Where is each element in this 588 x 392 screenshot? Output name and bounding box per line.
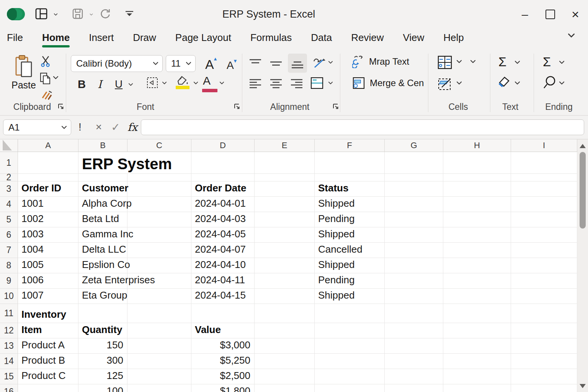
cell-E5[interactable] [255, 212, 315, 227]
window-layout-icon[interactable] [35, 8, 47, 21]
scroll-up-arrow-icon[interactable] [580, 144, 586, 148]
cell-G3[interactable] [385, 181, 443, 197]
menu-tab-page-layout[interactable]: Page Layout [175, 31, 232, 47]
cell-E14[interactable] [255, 354, 315, 369]
cell-A2[interactable] [18, 174, 78, 181]
cell-I5[interactable] [511, 212, 577, 227]
row-header-2[interactable]: 2 [0, 174, 18, 181]
font-dialog-launcher-icon[interactable] [234, 103, 240, 111]
cell-B10[interactable]: Eta Group [78, 289, 127, 304]
cell-F15[interactable] [315, 369, 385, 384]
row-header-12[interactable]: 12 [0, 323, 18, 338]
insert-dropdown-icon[interactable] [456, 60, 462, 64]
menu-tab-insert[interactable]: Insert [88, 31, 114, 47]
row-header-13[interactable]: 13 [0, 338, 18, 354]
cell-H11[interactable] [443, 304, 511, 323]
row-header-6[interactable]: 6 [0, 227, 18, 243]
cell-G11[interactable] [385, 304, 443, 323]
cell-B7[interactable]: Delta LLC [78, 243, 127, 258]
cell-D5[interactable]: 2024-04-03 [191, 212, 255, 227]
cell-F10[interactable]: Shipped [315, 289, 385, 304]
cell-D12[interactable]: Value [191, 323, 255, 338]
maximize-button[interactable] [537, 3, 563, 26]
cell-C3[interactable] [127, 181, 191, 197]
cell-G13[interactable] [385, 338, 443, 354]
row-header-11[interactable]: 11 [0, 304, 18, 323]
cell-B15[interactable]: 125 [78, 369, 127, 384]
cell-F13[interactable] [315, 338, 385, 354]
cut-button[interactable] [40, 55, 51, 69]
align-center-button[interactable] [267, 76, 285, 92]
formula-input[interactable] [141, 119, 584, 135]
format-dropdown-icon[interactable] [456, 81, 462, 85]
cell-C13[interactable] [127, 338, 191, 354]
clear-dropdown-icon[interactable] [514, 81, 520, 85]
cell-E8[interactable] [255, 258, 315, 273]
cell-E10[interactable] [255, 289, 315, 304]
cell-H12[interactable] [443, 323, 511, 338]
name-box-dropdown-icon[interactable] [61, 126, 67, 129]
cell-B14[interactable]: 300 [78, 354, 127, 369]
cell-F14[interactable] [315, 354, 385, 369]
cell-D14[interactable]: $5,250 [191, 354, 255, 369]
cell-G5[interactable] [385, 212, 443, 227]
cell-I1[interactable] [511, 152, 577, 174]
cell-A1[interactable] [18, 152, 78, 174]
cell-E15[interactable] [255, 369, 315, 384]
scrollbar-thumb[interactable] [580, 152, 586, 229]
row-header-10[interactable]: 10 [0, 289, 18, 304]
cell-G8[interactable] [385, 258, 443, 273]
decrease-font-size-button[interactable]: A▾ [227, 57, 237, 72]
cell-H4[interactable] [443, 197, 511, 212]
cell-F8[interactable]: Shipped [315, 258, 385, 273]
cell-F4[interactable]: Shipped [315, 197, 385, 212]
cell-F16[interactable] [315, 384, 385, 392]
column-header-C[interactable]: C [127, 139, 191, 152]
row-header-16[interactable]: 16 [0, 384, 18, 392]
italic-button[interactable]: I [98, 78, 102, 91]
align-right-button[interactable] [288, 76, 305, 92]
cell-G9[interactable] [385, 273, 443, 289]
cell-A12[interactable]: Item [18, 323, 78, 338]
name-box[interactable]: A1 [3, 119, 71, 135]
cell-E1[interactable] [255, 152, 315, 174]
row-header-3[interactable]: 3 [0, 181, 18, 197]
cell-B1[interactable]: ERP System [78, 152, 191, 174]
select-all-corner[interactable] [0, 139, 18, 152]
cell-C16[interactable] [127, 384, 191, 392]
indent-table-button[interactable] [310, 77, 324, 91]
cell-A11[interactable]: Inventory [18, 304, 78, 323]
column-header-B[interactable]: B [78, 139, 127, 152]
cell-B6[interactable]: Gamma Inc [78, 227, 127, 243]
cell-I11[interactable] [511, 304, 577, 323]
cell-A9[interactable]: 1006 [18, 273, 78, 289]
menu-tab-draw[interactable]: Draw [132, 31, 157, 47]
font-color-dropdown-icon[interactable] [219, 82, 224, 85]
autosum-button[interactable]: Σ [498, 54, 506, 69]
delete-dropdown-icon[interactable] [470, 60, 476, 64]
cell-I12[interactable] [511, 323, 577, 338]
cell-H15[interactable] [443, 369, 511, 384]
borders-button[interactable] [146, 77, 158, 90]
copy-dropdown-icon[interactable] [53, 76, 59, 80]
cell-B8[interactable]: Epslion Co [78, 258, 127, 273]
alignment-dialog-launcher-icon[interactable] [332, 103, 339, 111]
cell-C5[interactable] [127, 212, 191, 227]
row-header-15[interactable]: 15 [0, 369, 18, 384]
cell-G6[interactable] [385, 227, 443, 243]
cell-E7[interactable] [255, 243, 315, 258]
cell-H8[interactable] [443, 258, 511, 273]
cell-I10[interactable] [511, 289, 577, 304]
cell-F12[interactable] [315, 323, 385, 338]
copy-button[interactable] [39, 72, 51, 87]
cell-G1[interactable] [385, 152, 443, 174]
cell-H9[interactable] [443, 273, 511, 289]
menu-tab-view[interactable]: View [402, 31, 425, 47]
row-header-7[interactable]: 7 [0, 243, 18, 258]
cell-D9[interactable]: 2024-04-11 [191, 273, 255, 289]
row-header-9[interactable]: 9 [0, 273, 18, 289]
cell-H10[interactable] [443, 289, 511, 304]
cell-B16[interactable]: 100 [78, 384, 127, 392]
cell-H7[interactable] [443, 243, 511, 258]
column-header-F[interactable]: F [315, 139, 385, 152]
